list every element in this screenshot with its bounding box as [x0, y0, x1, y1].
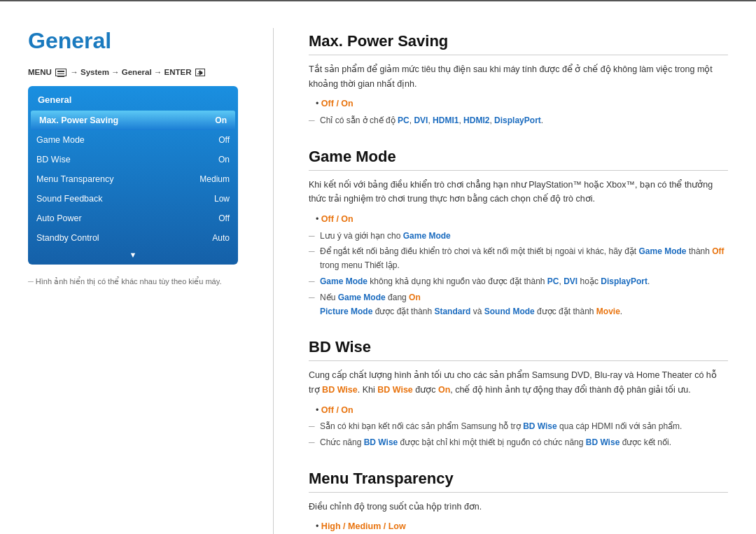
- section-title-game-mode: Game Mode: [309, 148, 728, 171]
- menu-box: General Max. Power Saving On Game Mode O…: [28, 86, 238, 265]
- max-power-saving-bullet: Off / On: [316, 97, 728, 111]
- menu-box-title: General: [28, 90, 238, 111]
- section-bd-wise: BD Wise Cung cấp chất lượng hình ảnh tối…: [309, 338, 728, 449]
- menu-item-auto-power[interactable]: Auto Power Off: [28, 209, 238, 228]
- bd-wise-bullet: Off / On: [316, 403, 728, 418]
- menu-scroll-down-icon[interactable]: ▼: [28, 248, 238, 260]
- menu-item-max-power-saving[interactable]: Max. Power Saving On: [31, 111, 235, 130]
- menu-transparency-desc: Điều chỉnh độ trong suốt của hộp trình đ…: [309, 500, 728, 514]
- game-mode-note-1: Lưu ý và giới hạn cho Game Mode: [309, 230, 728, 244]
- footnote: Hình ảnh hiển thị có thể khác nhau tùy t…: [28, 277, 238, 286]
- menu-path: MENU → System → General → ENTER: [28, 68, 238, 76]
- section-game-mode: Game Mode Khi kết nối với bảng điều khiể…: [309, 148, 728, 319]
- page-title: General: [28, 28, 238, 54]
- vertical-divider: [273, 28, 274, 534]
- menu-item-game-mode[interactable]: Game Mode Off: [28, 130, 238, 150]
- menu-item-sound-feedback[interactable]: Sound Feedback Low: [28, 189, 238, 209]
- menu-item-bd-wise[interactable]: BD Wise On: [28, 150, 238, 169]
- bd-wise-desc: Cung cấp chất lượng hình ảnh tối ưu cho …: [309, 368, 728, 397]
- bd-wise-note-2: Chức năng BD Wise được bật chỉ khi một t…: [309, 436, 728, 450]
- game-mode-note-3: Game Mode không khả dụng khi nguồn vào đ…: [309, 275, 728, 289]
- game-mode-note-2: Để ngắt kết nối bảng điều khiển trò chơi…: [309, 245, 728, 273]
- section-max-power-saving: Max. Power Saving Tắt sản phẩm để giảm m…: [309, 32, 728, 128]
- menu-transparency-bullet: High / Medium / Low: [316, 519, 728, 534]
- section-title-menu-transparency: Menu Transparency: [309, 470, 728, 493]
- section-title-bd-wise: BD Wise: [309, 338, 728, 361]
- game-mode-note-4: Nếu Game Mode đang OnPicture Mode được đ…: [309, 291, 728, 319]
- bd-wise-note-1: Sẵn có khi bạn kết nối các sản phẩm Sams…: [309, 420, 728, 434]
- section-title-max-power-saving: Max. Power Saving: [309, 32, 728, 55]
- game-mode-desc: Khi kết nối với bảng điều khiển trò chơi…: [309, 178, 728, 206]
- max-power-saving-note-1: Chỉ có sẵn ở chế độ PC, DVI, HDMI1, HDMI…: [309, 114, 728, 128]
- max-power-saving-desc: Tắt sản phẩm để giảm mức tiêu thụ điện s…: [309, 62, 728, 91]
- section-menu-transparency: Menu Transparency Điều chỉnh độ trong su…: [309, 470, 728, 534]
- menu-item-menu-transparency[interactable]: Menu Transparency Medium: [28, 169, 238, 189]
- game-mode-bullet: Off / On: [316, 212, 728, 227]
- menu-item-standby-control[interactable]: Standby Control Auto: [28, 228, 238, 248]
